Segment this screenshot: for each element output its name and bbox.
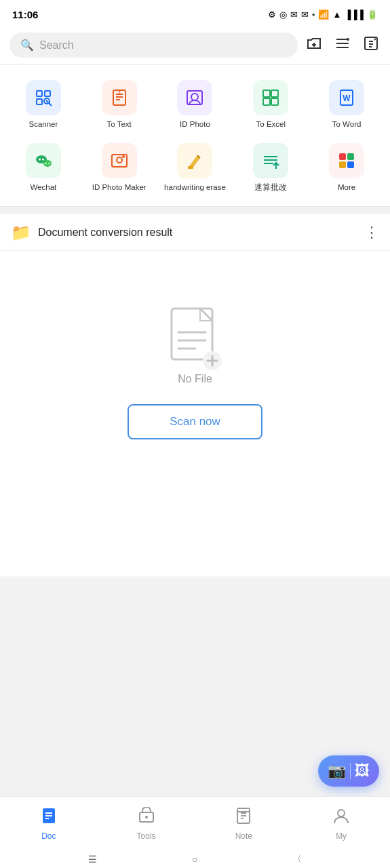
empty-state: No File Scan now bbox=[0, 251, 390, 576]
nav-note[interactable]: Note bbox=[195, 797, 293, 850]
doc-header: 📁 Document conversion result ⋮ bbox=[0, 214, 390, 251]
battery-icon: 🔋 bbox=[367, 9, 378, 20]
dot-icon: ● bbox=[312, 12, 315, 18]
tools-nav-icon bbox=[138, 807, 155, 829]
feature-wechat[interactable]: Wechat bbox=[5, 138, 81, 201]
nav-my-label: My bbox=[336, 831, 347, 841]
fab-container[interactable]: 📷 🖼 bbox=[318, 755, 379, 787]
nav-doc[interactable]: Doc bbox=[0, 797, 98, 850]
svg-point-28 bbox=[48, 163, 50, 164]
feature-to-word[interactable]: W To Word bbox=[309, 75, 385, 138]
to-text-label: To Text bbox=[107, 119, 132, 130]
to-excel-icon bbox=[253, 80, 288, 115]
doc-more-button[interactable]: ⋮ bbox=[364, 225, 379, 240]
status-icons: ⚙ ◎ ✉ ✉ ● 📶 ▲ ▐▐▐ 🔋 bbox=[268, 9, 378, 20]
svg-point-26 bbox=[43, 160, 52, 167]
svg-rect-19 bbox=[263, 98, 270, 105]
recent-gesture[interactable]: 〈 bbox=[292, 853, 302, 865]
bars-icon: ▐▐▐ bbox=[345, 9, 364, 20]
settings-icon: ⚙ bbox=[268, 9, 276, 20]
signal-icon: 📶 bbox=[318, 9, 329, 20]
id-photo-icon bbox=[177, 80, 212, 115]
id-photo-maker-icon bbox=[102, 143, 137, 178]
back-gesture[interactable]: ☰ bbox=[88, 854, 97, 865]
wifi-icon: ▲ bbox=[332, 9, 341, 20]
feature-scanner[interactable]: Scanner bbox=[5, 75, 81, 138]
to-text-icon: T bbox=[102, 80, 137, 115]
list-view-button[interactable] bbox=[333, 34, 352, 56]
to-word-icon: W bbox=[329, 80, 364, 115]
nav-doc-label: Doc bbox=[41, 831, 56, 841]
nav-tools[interactable]: Tools bbox=[98, 797, 195, 850]
svg-point-24 bbox=[39, 158, 41, 160]
feature-id-photo[interactable]: ID Photo bbox=[157, 75, 233, 138]
feature-id-photo-maker[interactable]: ID Photo Maker bbox=[81, 138, 157, 201]
svg-text:T: T bbox=[118, 90, 121, 94]
document-section: 📁 Document conversion result ⋮ No File S… bbox=[0, 214, 390, 576]
scanner-icon bbox=[26, 80, 61, 115]
doc-nav-icon bbox=[40, 807, 58, 829]
feature-to-excel[interactable]: To Excel bbox=[233, 75, 309, 138]
svg-rect-20 bbox=[271, 98, 278, 105]
wechat-label: Wechat bbox=[31, 182, 57, 193]
handwriting-erase-icon bbox=[177, 143, 212, 178]
svg-point-31 bbox=[122, 155, 125, 158]
svg-rect-7 bbox=[37, 99, 42, 104]
svg-point-30 bbox=[117, 157, 122, 163]
svg-rect-39 bbox=[339, 161, 346, 168]
svg-point-53 bbox=[145, 816, 148, 818]
svg-rect-5 bbox=[37, 91, 42, 96]
search-icon: 🔍 bbox=[20, 39, 34, 52]
to-excel-label: To Excel bbox=[256, 119, 286, 130]
handwriting-erase-label: handwriting erase bbox=[164, 182, 226, 193]
svg-point-3 bbox=[347, 38, 349, 41]
feature-handwriting-erase[interactable]: handwriting erase bbox=[157, 138, 233, 201]
speed-calc-label: 速算批改 bbox=[254, 182, 287, 193]
feature-to-text[interactable]: T To Text bbox=[81, 75, 157, 138]
fab-divider bbox=[350, 763, 351, 779]
system-gesture-bar: ☰ ○ 〈 bbox=[0, 850, 390, 868]
more-label: More bbox=[338, 182, 355, 193]
new-folder-button[interactable] bbox=[305, 34, 324, 56]
note-nav-icon bbox=[235, 807, 252, 829]
svg-rect-6 bbox=[45, 91, 50, 96]
svg-text:W: W bbox=[343, 94, 351, 103]
id-photo-label: ID Photo bbox=[180, 119, 210, 130]
feature-speed-calc[interactable]: 速算批改 bbox=[233, 138, 309, 201]
my-nav-icon bbox=[332, 807, 350, 829]
gallery-icon: 🖼 bbox=[355, 762, 370, 780]
empty-doc-illustration bbox=[165, 305, 226, 373]
status-time: 11:06 bbox=[12, 9, 38, 20]
nav-tools-label: Tools bbox=[137, 831, 156, 841]
search-bar[interactable]: 🔍 Search bbox=[9, 33, 298, 58]
empty-label: No File bbox=[178, 373, 212, 385]
folder-icon: 📁 bbox=[11, 223, 31, 242]
bottom-nav: Doc Tools Note bbox=[0, 796, 390, 850]
search-input-placeholder: Search bbox=[39, 39, 74, 52]
svg-point-58 bbox=[338, 810, 345, 816]
nav-my[interactable]: My bbox=[292, 797, 390, 850]
svg-rect-38 bbox=[347, 153, 354, 160]
wechat-icon bbox=[26, 143, 61, 178]
header-actions bbox=[305, 34, 381, 56]
svg-rect-41 bbox=[172, 309, 212, 359]
more-icon bbox=[329, 143, 364, 178]
svg-point-25 bbox=[42, 158, 44, 160]
feature-more[interactable]: More bbox=[309, 138, 385, 201]
status-bar: 11:06 ⚙ ◎ ✉ ✉ ● 📶 ▲ ▐▐▐ 🔋 bbox=[0, 0, 390, 27]
camera-icon: 📷 bbox=[328, 762, 346, 780]
scanner-label: Scanner bbox=[28, 119, 58, 130]
svg-rect-40 bbox=[347, 161, 354, 168]
speed-calc-icon bbox=[253, 143, 288, 178]
svg-point-16 bbox=[191, 94, 198, 100]
svg-rect-37 bbox=[339, 153, 346, 160]
edit-button[interactable] bbox=[362, 34, 381, 56]
doc-header-left: 📁 Document conversion result bbox=[11, 223, 172, 242]
location-icon: ◎ bbox=[279, 9, 287, 20]
home-gesture[interactable]: ○ bbox=[192, 854, 197, 865]
to-word-label: To Word bbox=[332, 119, 362, 130]
id-photo-maker-label: ID Photo Maker bbox=[92, 182, 147, 193]
header: 🔍 Search bbox=[0, 27, 390, 65]
scan-now-button[interactable]: Scan now bbox=[128, 404, 262, 439]
email2-icon: ✉ bbox=[301, 9, 309, 20]
